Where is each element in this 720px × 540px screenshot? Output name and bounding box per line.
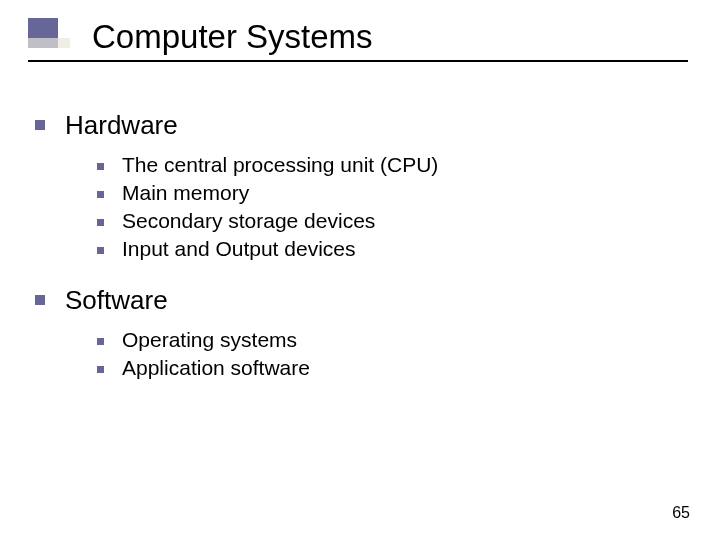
content-area: Hardware The central processing unit (CP… xyxy=(35,110,685,404)
sub-list: The central processing unit (CPU) Main m… xyxy=(97,153,685,261)
section-heading-text: Software xyxy=(65,285,168,316)
list-item: Main memory xyxy=(97,181,685,205)
list-item-text: The central processing unit (CPU) xyxy=(122,153,438,177)
bullet-square-icon xyxy=(97,219,104,226)
bullet-square-icon xyxy=(97,191,104,198)
list-item-text: Operating systems xyxy=(122,328,297,352)
list-item: Secondary storage devices xyxy=(97,209,685,233)
list-item-text: Secondary storage devices xyxy=(122,209,375,233)
bullet-square-icon xyxy=(97,338,104,345)
bullet-square-icon xyxy=(35,120,45,130)
list-item: Application software xyxy=(97,356,685,380)
title-underline xyxy=(28,60,688,62)
title-strip-icon xyxy=(28,38,70,48)
bullet-square-icon xyxy=(97,366,104,373)
page-title: Computer Systems xyxy=(92,18,373,56)
section-heading: Software xyxy=(35,285,685,316)
page-number: 65 xyxy=(672,504,690,522)
section-heading: Hardware xyxy=(35,110,685,141)
section-heading-text: Hardware xyxy=(65,110,178,141)
list-item-text: Application software xyxy=(122,356,310,380)
bullet-square-icon xyxy=(97,247,104,254)
list-item: The central processing unit (CPU) xyxy=(97,153,685,177)
list-item: Input and Output devices xyxy=(97,237,685,261)
bullet-square-icon xyxy=(35,295,45,305)
bullet-square-icon xyxy=(97,163,104,170)
list-item: Operating systems xyxy=(97,328,685,352)
sub-list: Operating systems Application software xyxy=(97,328,685,380)
list-item-text: Input and Output devices xyxy=(122,237,356,261)
list-item-text: Main memory xyxy=(122,181,249,205)
